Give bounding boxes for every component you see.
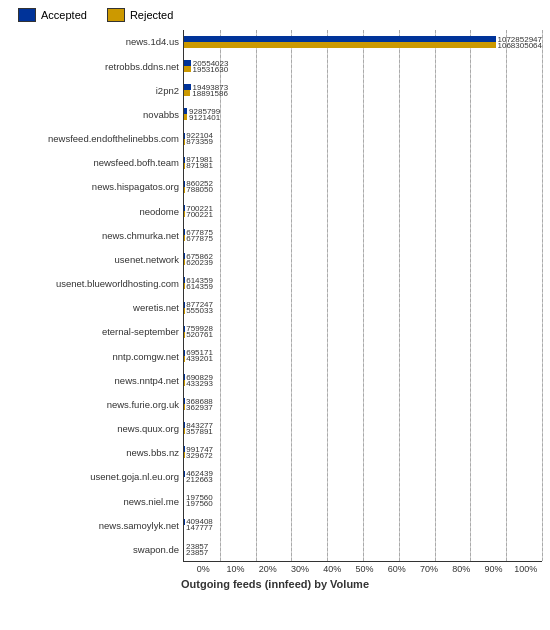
rejected-value: 212663: [186, 475, 213, 484]
y-label: newsfeed.endofthelinebbs.com: [48, 132, 179, 146]
y-label: news.bbs.nz: [126, 446, 179, 460]
x-tick: 50%: [348, 564, 380, 574]
bar-row: 843277357891: [184, 416, 542, 440]
rejected-value: 433293: [186, 379, 213, 388]
rejected-bar-line: 1068305064: [184, 42, 542, 48]
accepted-label: Accepted: [41, 9, 87, 21]
rejected-bar-fill: [184, 90, 190, 96]
y-label: eternal-september: [102, 325, 179, 339]
y-label: news.1d4.us: [126, 35, 179, 49]
rejected-bar-line: 700221: [184, 211, 542, 217]
rejected-value: 19531630: [193, 65, 229, 74]
bar-row: 462439212663: [184, 465, 542, 489]
rejected-color-box: [107, 8, 125, 22]
y-label: news.quux.org: [117, 422, 179, 436]
y-label: news.chmurka.net: [102, 228, 179, 242]
chart-title: Outgoing feeds (innfeed) by Volume: [8, 578, 542, 590]
rejected-bar-line: 614359: [184, 283, 542, 289]
rejected-bar-fill: [184, 42, 496, 48]
chart-container: Accepted Rejected news.1d4.usretrobbs.dd…: [0, 0, 550, 630]
y-label: news.niel.me: [124, 494, 179, 508]
y-label: weretis.net: [133, 301, 179, 315]
rejected-value: 357891: [186, 427, 213, 436]
y-label: news.nntp4.net: [115, 373, 179, 387]
x-tick: 80%: [445, 564, 477, 574]
bar-row: 92857999121401: [184, 102, 542, 126]
y-label: usenet.network: [115, 253, 179, 267]
y-label: neodome: [139, 204, 179, 218]
rejected-bar-line: 147777: [184, 525, 542, 531]
rejected-bar-line: 677875: [184, 235, 542, 241]
y-label: news.furie.org.uk: [107, 398, 179, 412]
rejected-value: 362937: [186, 403, 213, 412]
y-label: nntp.comgw.net: [112, 349, 179, 363]
bar-rows: 1072852947106830506420554023195316301949…: [184, 30, 542, 561]
bar-row: 675862620239: [184, 247, 542, 271]
rejected-bar-line: 18891586: [184, 90, 542, 96]
rejected-bar-line: 329672: [184, 452, 542, 458]
rejected-value: 9121401: [189, 113, 220, 122]
rejected-bar-fill: [184, 114, 187, 120]
y-label: novabbs: [143, 108, 179, 122]
legend-rejected: Rejected: [107, 8, 173, 22]
y-label: retrobbs.ddns.net: [105, 59, 179, 73]
bar-row: 409408147777: [184, 513, 542, 537]
rejected-label: Rejected: [130, 9, 173, 21]
rejected-value: 147777: [186, 523, 213, 532]
y-label: newsfeed.bofh.team: [93, 156, 179, 170]
rejected-value: 555033: [186, 306, 213, 315]
rejected-value: 197560: [186, 499, 213, 508]
y-label: i2pn2: [156, 83, 179, 97]
bar-row: 690829433293: [184, 368, 542, 392]
legend: Accepted Rejected: [8, 8, 542, 22]
bar-row: 695171439201: [184, 344, 542, 368]
rejected-bar-line: 212663: [184, 477, 542, 483]
bar-row: 197560197560: [184, 489, 542, 513]
rejected-value: 18891586: [192, 89, 228, 98]
rejected-value: 614359: [186, 282, 213, 291]
bar-row: 10728529471068305064: [184, 30, 542, 54]
y-label: swapon.de: [133, 543, 179, 557]
bar-row: 2055402319531630: [184, 54, 542, 78]
rejected-bar-fill: [184, 66, 191, 72]
x-tick: 10%: [219, 564, 251, 574]
rejected-bar-line: 357891: [184, 428, 542, 434]
rejected-value: 329672: [186, 451, 213, 460]
rejected-bar-line: 620239: [184, 259, 542, 265]
x-tick: 60%: [381, 564, 413, 574]
chart-inner: news.1d4.usretrobbs.ddns.neti2pn2novabbs…: [8, 30, 542, 562]
y-label: usenet.goja.nl.eu.org: [90, 470, 179, 484]
rejected-bar-line: 555033: [184, 308, 542, 314]
gridline: [542, 30, 543, 561]
rejected-value: 439201: [186, 354, 213, 363]
rejected-bar-line: 23857: [184, 549, 542, 555]
y-label: news.samoylyk.net: [99, 519, 179, 533]
bar-row: 860252788050: [184, 175, 542, 199]
x-axis: 0%10%20%30%40%50%60%70%80%90%100%: [183, 564, 542, 574]
x-tick: 0%: [187, 564, 219, 574]
y-label: news.hispagatos.org: [92, 180, 179, 194]
rejected-bar-line: 9121401: [184, 114, 542, 120]
bar-row: 922104873359: [184, 127, 542, 151]
x-tick: 90%: [477, 564, 509, 574]
bar-row: 368688362937: [184, 392, 542, 416]
y-labels: news.1d4.usretrobbs.ddns.neti2pn2novabbs…: [8, 30, 183, 562]
legend-accepted: Accepted: [18, 8, 87, 22]
bar-row: 991747329672: [184, 440, 542, 464]
rejected-value: 677875: [186, 234, 213, 243]
chart-area: news.1d4.usretrobbs.ddns.neti2pn2novabbs…: [8, 30, 542, 590]
rejected-bar-line: 873359: [184, 139, 542, 145]
x-tick: 20%: [252, 564, 284, 574]
rejected-bar-line: 788050: [184, 187, 542, 193]
rejected-value: 620239: [186, 258, 213, 267]
rejected-value: 700221: [186, 210, 213, 219]
rejected-bar-line: 362937: [184, 404, 542, 410]
rejected-value: 23857: [186, 548, 208, 557]
bar-row: 759928520761: [184, 320, 542, 344]
rejected-value: 520761: [186, 330, 213, 339]
x-tick: 30%: [284, 564, 316, 574]
rejected-value: 1068305064: [498, 41, 543, 50]
bars-area: 1072852947106830506420554023195316301949…: [183, 30, 542, 562]
bar-row: 614359614359: [184, 271, 542, 295]
rejected-bar-line: 19531630: [184, 66, 542, 72]
